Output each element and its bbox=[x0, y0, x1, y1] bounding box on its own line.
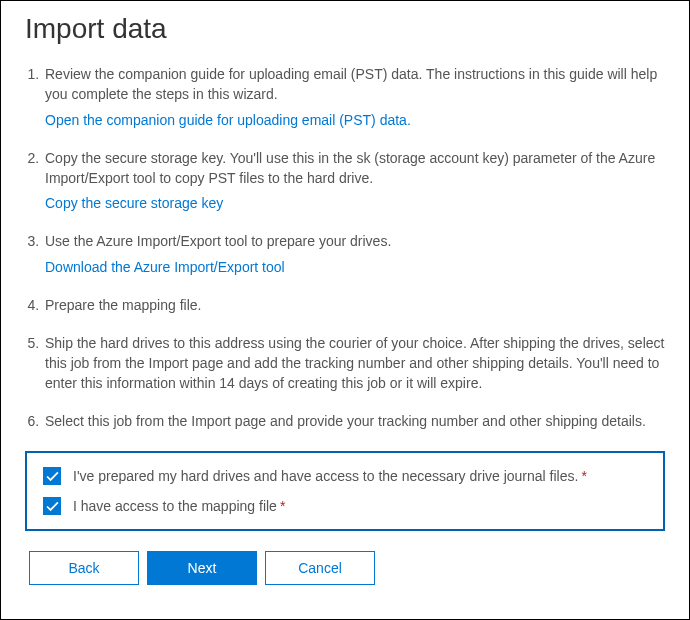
step-2: Copy the secure storage key. You'll use … bbox=[43, 149, 665, 215]
step-text: Copy the secure storage key. You'll use … bbox=[45, 149, 665, 189]
required-marker: * bbox=[581, 468, 586, 484]
step-6: Select this job from the Import page and… bbox=[43, 412, 665, 432]
step-text: Review the companion guide for uploading… bbox=[45, 65, 665, 105]
import-data-panel: Import data Review the companion guide f… bbox=[0, 0, 690, 620]
confirm-label: I have access to the mapping file* bbox=[73, 498, 285, 514]
back-button[interactable]: Back bbox=[29, 551, 139, 585]
cancel-button[interactable]: Cancel bbox=[265, 551, 375, 585]
check-icon bbox=[46, 470, 59, 483]
step-text: Prepare the mapping file. bbox=[45, 296, 665, 316]
button-row: Back Next Cancel bbox=[25, 551, 665, 585]
next-button[interactable]: Next bbox=[147, 551, 257, 585]
step-4: Prepare the mapping file. bbox=[43, 296, 665, 316]
wizard-steps: Review the companion guide for uploading… bbox=[25, 65, 665, 431]
confirm-row-drives: I've prepared my hard drives and have ac… bbox=[43, 467, 647, 485]
checkbox-prepared-drives[interactable] bbox=[43, 467, 61, 485]
check-icon bbox=[46, 500, 59, 513]
confirm-label: I've prepared my hard drives and have ac… bbox=[73, 468, 587, 484]
checkbox-mapping-file[interactable] bbox=[43, 497, 61, 515]
step-text: Ship the hard drives to this address usi… bbox=[45, 334, 665, 394]
step-1: Review the companion guide for uploading… bbox=[43, 65, 665, 131]
required-marker: * bbox=[280, 498, 285, 514]
confirm-row-mapping: I have access to the mapping file* bbox=[43, 497, 647, 515]
page-title: Import data bbox=[25, 13, 665, 45]
confirmation-box: I've prepared my hard drives and have ac… bbox=[25, 451, 665, 531]
copy-storage-key-link[interactable]: Copy the secure storage key bbox=[45, 194, 223, 214]
step-3: Use the Azure Import/Export tool to prep… bbox=[43, 232, 665, 278]
step-5: Ship the hard drives to this address usi… bbox=[43, 334, 665, 394]
download-tool-link[interactable]: Download the Azure Import/Export tool bbox=[45, 258, 285, 278]
companion-guide-link[interactable]: Open the companion guide for uploading e… bbox=[45, 111, 411, 131]
step-text: Select this job from the Import page and… bbox=[45, 412, 665, 432]
step-text: Use the Azure Import/Export tool to prep… bbox=[45, 232, 665, 252]
